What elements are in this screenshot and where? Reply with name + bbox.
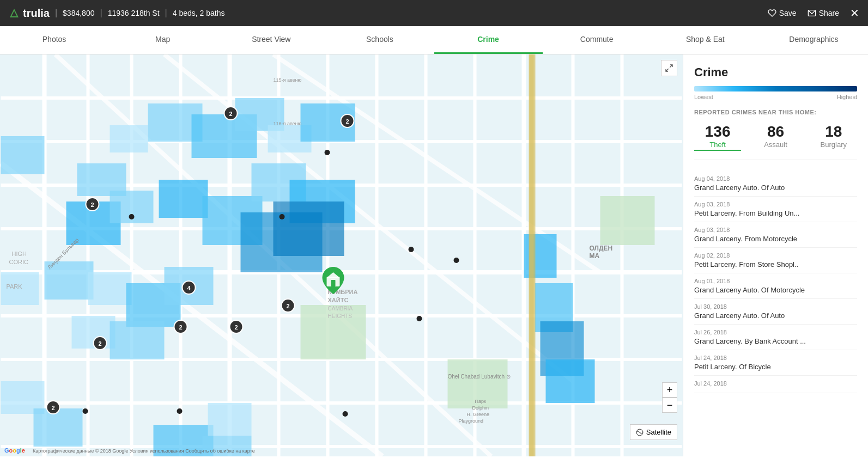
reported-label: REPORTED CRIMES NEAR THIS HOME: <box>694 109 857 115</box>
share-button[interactable]: Share <box>808 9 839 17</box>
crime-log-desc-5: Grand Larceny Auto. Of Auto <box>694 312 857 320</box>
svg-rect-40 <box>159 180 208 218</box>
svg-text:МА: МА <box>590 252 600 260</box>
svg-text:4: 4 <box>187 285 191 291</box>
theft-label: Theft <box>694 141 741 151</box>
crime-log-desc-4: Grand Larceny Auto. Of Motorcycle <box>694 286 857 294</box>
svg-text:CORIC: CORIC <box>9 259 29 265</box>
crime-legend: Lowest Highest <box>694 94 857 100</box>
logo-text: trulia <box>23 7 50 20</box>
svg-text:Playground: Playground <box>459 418 484 424</box>
tab-photos[interactable]: Photos <box>0 26 108 54</box>
map-area[interactable]: Линден Бульвар 115-я авеню 116-я авеню К… <box>0 54 683 456</box>
svg-rect-30 <box>1 136 45 174</box>
crime-log-item-2: Aug 03, 2018 Grand Larceny. From Motorcy… <box>694 222 857 248</box>
tab-shop-eat[interactable]: Shop & Eat <box>651 26 760 54</box>
svg-text:115-я авеню: 115-я авеню <box>274 77 302 83</box>
crime-log-item-3: Aug 02, 2018 Petit Larceny. From Store S… <box>694 248 857 273</box>
crime-log-desc-7: Petit Larceny. Of Bicycle <box>694 363 857 371</box>
crime-log-desc-1: Petit Larceny. From Building Un... <box>694 209 857 217</box>
fullscreen-button[interactable] <box>661 60 677 76</box>
crime-log-date-7: Jul 24, 2018 <box>694 355 857 361</box>
crime-log-desc-0: Grand Larceny Auto. Of Auto <box>694 184 857 192</box>
trulia-logo: trulia <box>9 7 50 20</box>
svg-line-123 <box>666 69 669 71</box>
svg-rect-32 <box>110 125 148 152</box>
svg-point-103 <box>325 150 330 155</box>
main-content: Линден Бульвар 115-я авеню 116-я авеню К… <box>0 54 868 456</box>
close-button[interactable]: ✕ <box>850 7 859 20</box>
tab-crime[interactable]: Crime <box>434 26 543 54</box>
tab-demographics[interactable]: Demographics <box>760 26 868 54</box>
panel-title: Crime <box>694 65 857 80</box>
crime-stats: 136 Theft 86 Assault 18 Burglary <box>694 123 857 160</box>
crime-log-item-4: Aug 01, 2018 Grand Larceny Auto. Of Moto… <box>694 273 857 299</box>
svg-text:2: 2 <box>90 201 94 208</box>
save-button[interactable]: Save <box>768 9 797 17</box>
nav-tabs: Photos Map Street View Schools Crime Com… <box>0 26 868 54</box>
property-address: 11936 218th St <box>108 9 160 17</box>
svg-text:CAMBRIA: CAMBRIA <box>328 306 353 312</box>
svg-text:Dolphin: Dolphin <box>472 405 489 411</box>
svg-text:2: 2 <box>229 111 232 117</box>
crime-log-date-1: Aug 03, 2018 <box>694 201 857 207</box>
crime-log-item-1: Aug 03, 2018 Petit Larceny. From Buildin… <box>694 197 857 222</box>
svg-rect-61 <box>208 403 252 436</box>
svg-point-105 <box>454 258 459 263</box>
svg-text:HIGH: HIGH <box>12 251 27 257</box>
crime-log-date-3: Aug 02, 2018 <box>694 252 857 259</box>
crime-log-item-8: Jul 24, 2018 <box>694 376 857 393</box>
crime-log-desc-2: Grand Larceny. From Motorcycle <box>694 235 857 243</box>
svg-rect-45 <box>274 201 344 256</box>
svg-text:2: 2 <box>51 405 54 411</box>
crime-log: Aug 04, 2018 Grand Larceny Auto. Of Auto… <box>694 171 857 393</box>
svg-text:Ohel Chabad Lubavitch ⊙: Ohel Chabad Lubavitch ⊙ <box>448 374 511 380</box>
svg-text:PARK: PARK <box>7 283 23 290</box>
svg-text:ХАЙТС: ХАЙТС <box>328 297 349 303</box>
legend-lowest: Lowest <box>694 94 713 100</box>
svg-rect-52 <box>110 321 165 359</box>
svg-point-108 <box>343 411 348 417</box>
assault-label: Assault <box>752 141 799 149</box>
svg-line-122 <box>670 65 672 68</box>
burglary-count: 18 <box>810 123 857 141</box>
map-svg: Линден Бульвар 115-я авеню 116-я авеню К… <box>0 54 683 456</box>
crime-stat-assault[interactable]: 86 Assault <box>752 123 799 151</box>
header-actions: Save Share ✕ <box>768 7 859 20</box>
crime-stat-theft[interactable]: 136 Theft <box>694 123 741 151</box>
crime-log-date-2: Aug 03, 2018 <box>694 227 857 233</box>
crime-log-item-5: Jul 30, 2018 Grand Larceny Auto. Of Auto <box>694 299 857 325</box>
zoom-out-button[interactable]: − <box>662 398 677 413</box>
assault-count: 86 <box>752 123 799 141</box>
svg-text:HEIGHTS: HEIGHTS <box>328 313 353 319</box>
svg-text:116-я авеню: 116-я авеню <box>274 121 302 126</box>
svg-text:2: 2 <box>179 324 182 331</box>
crime-stat-burglary[interactable]: 18 Burglary <box>810 123 857 151</box>
svg-text:ОЛДЕН: ОЛДЕН <box>590 245 613 252</box>
svg-rect-58 <box>34 408 83 447</box>
svg-rect-64 <box>600 196 655 245</box>
zoom-in-button[interactable]: + <box>662 382 677 398</box>
property-beds: 4 beds, 2 baths <box>173 9 225 17</box>
google-logo: Google <box>4 447 25 454</box>
tab-schools[interactable]: Schools <box>325 26 434 54</box>
crime-log-item-6: Jul 26, 2018 Grand Larceny. By Bank Acco… <box>694 325 857 350</box>
tab-map[interactable]: Map <box>108 26 217 54</box>
header: trulia | $384,800 | 11936 218th St | 4 b… <box>0 0 868 26</box>
crime-log-desc-3: Petit Larceny. From Store Shopl.. <box>694 260 857 268</box>
crime-log-date-6: Jul 26, 2018 <box>694 329 857 335</box>
svg-point-109 <box>417 316 422 321</box>
svg-point-104 <box>409 247 414 252</box>
svg-point-101 <box>280 214 285 219</box>
tab-commute[interactable]: Commute <box>543 26 651 54</box>
crime-log-item-0: Aug 04, 2018 Grand Larceny Auto. Of Auto <box>694 171 857 197</box>
satellite-button[interactable]: Satellite <box>630 424 677 440</box>
svg-point-107 <box>177 408 183 414</box>
map-zoom-controls: + − <box>662 382 677 413</box>
tab-street-view[interactable]: Street View <box>217 26 325 54</box>
property-price: $384,800 <box>63 9 94 17</box>
svg-text:2: 2 <box>345 118 349 125</box>
crime-log-desc-6: Grand Larceny. By Bank Account ... <box>694 337 857 345</box>
svg-text:2: 2 <box>98 340 101 347</box>
legend-highest: Highest <box>837 94 857 100</box>
